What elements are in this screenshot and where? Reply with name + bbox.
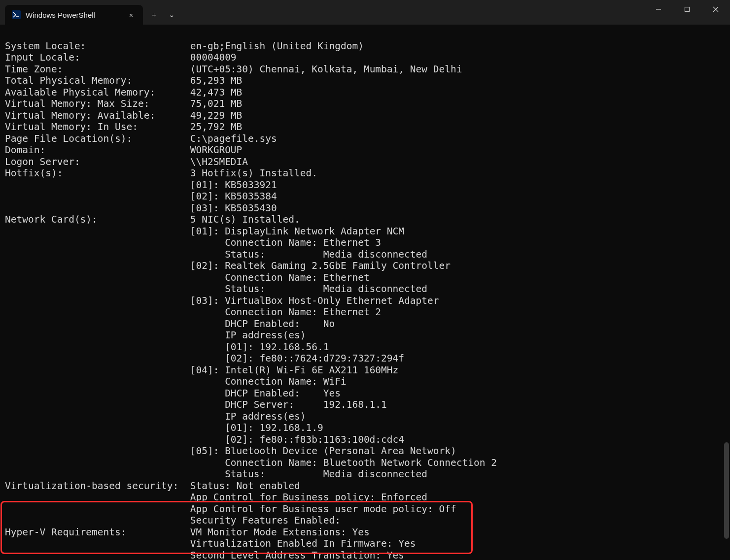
out-line: Virtual Memory: In Use: 25,792 MB: [5, 121, 242, 132]
window-controls: [644, 0, 730, 25]
out-line: Available Physical Memory: 42,473 MB: [5, 87, 242, 98]
out-line: Input Locale: 00004009: [5, 52, 237, 63]
tab-powershell[interactable]: Windows PowerShell ✕: [5, 5, 143, 25]
out-line: IP address(es): [5, 329, 306, 341]
out-line: [03]: VirtualBox Host-Only Ethernet Adap…: [5, 295, 439, 306]
out-line: DHCP Enabled: No: [5, 318, 335, 329]
out-line: Hyper-V Requirements: VM Monitor Mode Ex…: [5, 527, 370, 538]
out-line: [05]: Bluetooth Device (Personal Area Ne…: [5, 445, 456, 457]
out-line: Connection Name: Ethernet: [5, 272, 370, 283]
out-line: Connection Name: Bluetooth Network Conne…: [5, 457, 497, 468]
out-line: [01]: 192.168.56.1: [5, 341, 329, 353]
out-line: App Control for Business policy: Enforce…: [5, 492, 427, 503]
out-line: Hotfix(s): 3 Hotfix(s) Installed.: [5, 167, 317, 179]
tab-title: Windows PowerShell: [26, 11, 121, 19]
out-line: IP address(es): [5, 411, 306, 422]
close-window-button[interactable]: [701, 0, 730, 19]
svg-rect-2: [685, 7, 690, 12]
out-line: Connection Name: WiFi: [5, 376, 347, 387]
out-line: Logon Server: \\H2SMEDIA: [5, 156, 248, 167]
maximize-button[interactable]: [673, 0, 701, 19]
out-line: Virtual Memory: Max Size: 75,021 MB: [5, 98, 242, 109]
out-line: Status: Media disconnected: [5, 283, 427, 295]
scrollbar-thumb[interactable]: [724, 442, 729, 539]
out-line: Second Level Address Translation: Yes: [5, 550, 404, 560]
out-line: [02]: Realtek Gaming 2.5GbE Family Contr…: [5, 260, 451, 271]
out-line: [02]: fe80::f83b:1163:100d:cdc4: [5, 434, 404, 445]
out-line: [03]: KB5035430: [5, 202, 277, 214]
powershell-icon: [12, 10, 21, 19]
out-line: App Control for Business user mode polic…: [5, 503, 456, 515]
out-line: [01]: 192.168.1.9: [5, 422, 323, 433]
out-line: [02]: KB5035384: [5, 191, 277, 202]
terminal-output[interactable]: System Locale: en-gb;English (United Kin…: [0, 25, 730, 560]
minimize-button[interactable]: [644, 0, 673, 19]
out-line: Domain: WORKGROUP: [5, 144, 242, 156]
out-line: Network Card(s): 5 NIC(s) Installed.: [5, 214, 300, 225]
out-line: Connection Name: Ethernet 2: [5, 306, 381, 318]
out-line: [01]: DisplayLink Network Adapter NCM: [5, 226, 404, 237]
tab-dropdown-button[interactable]: ⌄: [163, 5, 180, 25]
titlebar: Windows PowerShell ✕ ＋ ⌄: [0, 0, 730, 25]
scrollbar[interactable]: [722, 25, 729, 560]
out-line: System Locale: en-gb;English (United Kin…: [5, 40, 364, 52]
tab-close-button[interactable]: ✕: [126, 10, 136, 20]
out-line: Security Features Enabled:: [5, 515, 341, 526]
tabs-area: Windows PowerShell ✕ ＋ ⌄: [0, 0, 180, 25]
out-line: Time Zone: (UTC+05:30) Chennai, Kolkata,…: [5, 64, 462, 75]
out-line: [04]: Intel(R) Wi-Fi 6E AX211 160MHz: [5, 364, 398, 376]
out-line: DHCP Enabled: Yes: [5, 388, 341, 399]
out-line: Virtualization-based security: Status: N…: [5, 480, 300, 492]
out-line: Virtualization Enabled In Firmware: Yes: [5, 538, 416, 549]
new-tab-button[interactable]: ＋: [145, 5, 163, 25]
out-line: Connection Name: Ethernet 3: [5, 237, 381, 248]
out-line: Status: Media disconnected: [5, 249, 427, 260]
out-line: DHCP Server: 192.168.1.1: [5, 399, 387, 410]
out-line: Page File Location(s): C:\pagefile.sys: [5, 133, 277, 144]
out-line: [02]: fe80::7624:d729:7327:294f: [5, 353, 404, 364]
out-line: Virtual Memory: Available: 49,229 MB: [5, 110, 242, 121]
out-line: Status: Media disconnected: [5, 468, 427, 480]
out-line: [01]: KB5033921: [5, 179, 277, 191]
out-line: Total Physical Memory: 65,293 MB: [5, 75, 242, 86]
